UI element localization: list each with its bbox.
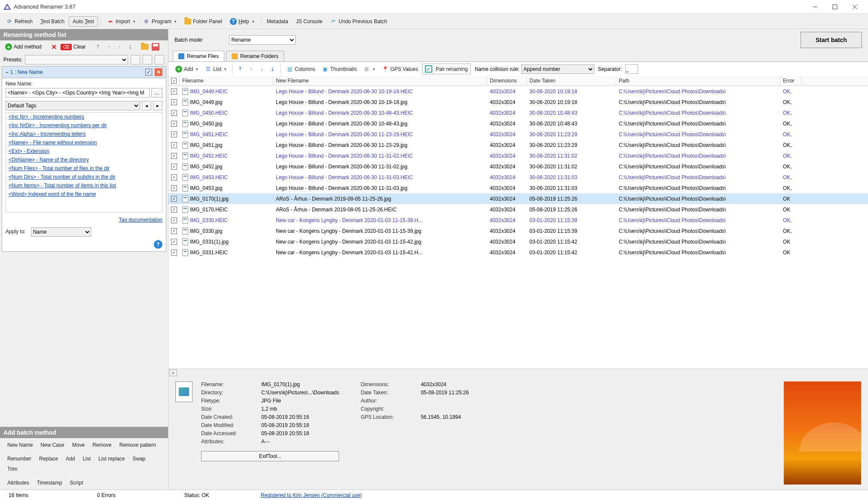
close-button[interactable] bbox=[845, 0, 865, 13]
registered-link[interactable]: Registered to Kim Jensen (Commercial use… bbox=[261, 492, 362, 498]
add-method-button[interactable]: +Add method bbox=[3, 42, 44, 52]
batch-mode-select[interactable]: Rename bbox=[229, 35, 296, 45]
batch-method-attributes[interactable]: Attributes bbox=[3, 478, 33, 488]
open-folder-button[interactable] bbox=[140, 42, 150, 52]
col-date-taken[interactable]: Date Taken bbox=[527, 76, 616, 85]
batch-method-remove[interactable]: Remove bbox=[89, 440, 116, 450]
delete-icon[interactable]: ✕ bbox=[51, 43, 57, 51]
batch-method-trim[interactable]: Trim bbox=[3, 464, 21, 474]
clear-button[interactable]: ⌫Clear bbox=[58, 43, 89, 52]
gps-values-button[interactable]: 📍GPS Values bbox=[379, 64, 420, 74]
table-row[interactable]: IMG_0331.HEICNew car - Kongens Lyngby - … bbox=[168, 247, 868, 258]
col-filename[interactable]: Filename bbox=[180, 76, 273, 85]
table-row[interactable]: IMG_0170(1).jpgARoS - Århus - Denmark 20… bbox=[168, 193, 868, 204]
table-row[interactable]: IMG_0451.jpgLego House - Billund - Denma… bbox=[168, 140, 868, 150]
row-checkbox[interactable] bbox=[171, 196, 177, 202]
preset-delete-button[interactable] bbox=[143, 55, 152, 64]
sort-top-button[interactable]: ⤒ bbox=[235, 64, 245, 74]
col-path[interactable]: Path bbox=[616, 76, 780, 85]
tag-documentation-link[interactable]: Tag documentation bbox=[119, 217, 162, 223]
batch-method-swap[interactable]: Swap bbox=[128, 454, 149, 464]
batch-method-new-name[interactable]: New Name bbox=[3, 440, 37, 450]
sort-down-button[interactable]: ↓ bbox=[257, 64, 266, 74]
presets-select[interactable] bbox=[25, 55, 128, 64]
table-row[interactable]: IMG_0450.jpgLego House - Billund - Denma… bbox=[168, 118, 868, 129]
list-button[interactable]: ☰List▾ bbox=[202, 64, 229, 74]
table-row[interactable]: IMG_0449.jpgLego House - Billund - Denma… bbox=[168, 97, 868, 107]
save-button[interactable] bbox=[151, 42, 160, 52]
table-row[interactable]: IMG_0170.HEICARoS - Århus - Denmark 2019… bbox=[168, 204, 868, 215]
new-name-input[interactable] bbox=[6, 88, 150, 98]
program-button[interactable]: ⚙Program▾ bbox=[140, 16, 180, 27]
table-row[interactable]: IMG_0453.jpgLego House - Billund - Denma… bbox=[168, 183, 868, 193]
scroll-left-button[interactable]: ‹ bbox=[169, 369, 177, 376]
preset-more-button[interactable] bbox=[155, 55, 164, 64]
row-checkbox[interactable] bbox=[171, 110, 177, 116]
display-mode-button[interactable]: ⊞▾ bbox=[361, 64, 378, 74]
tag-link[interactable]: <Inc Alpha> - Incrementing letters bbox=[6, 130, 162, 138]
batch-method-add[interactable]: Add bbox=[62, 454, 79, 464]
move-bottom-button[interactable]: ⤓ bbox=[125, 42, 135, 52]
row-checkbox[interactable] bbox=[171, 164, 177, 170]
row-checkbox[interactable] bbox=[171, 142, 177, 148]
table-row[interactable]: IMG_0331(1).jpgNew car - Kongens Lyngby … bbox=[168, 236, 868, 247]
tag-link[interactable]: <Name> - File name without extension bbox=[6, 138, 162, 147]
col-checkbox[interactable] bbox=[168, 76, 180, 85]
ncr-select[interactable]: Append number bbox=[521, 64, 594, 74]
batch-method-script[interactable]: Script bbox=[66, 478, 87, 488]
tag-link[interactable]: <Num Dirs> - Total number of subdirs in … bbox=[6, 173, 162, 181]
table-row[interactable]: IMG_0330.jpgNew car - Kongens Lyngby - D… bbox=[168, 226, 868, 236]
row-checkbox[interactable] bbox=[171, 131, 177, 137]
separator-input[interactable] bbox=[625, 64, 638, 74]
tag-link[interactable]: <Inc Nr> - Incrementing numbers bbox=[6, 113, 162, 121]
tag-link[interactable]: <Num Files> - Total number of files in t… bbox=[6, 164, 162, 173]
horizontal-scrollbar[interactable]: ‹ bbox=[168, 369, 868, 376]
table-row[interactable]: IMG_0450.HEICLego House - Billund - Denm… bbox=[168, 107, 868, 118]
tag-prev-button[interactable]: ◂ bbox=[142, 101, 151, 110]
preset-save-button[interactable] bbox=[131, 55, 140, 64]
method-header[interactable]: – 1 : New Name ✓ ✕ bbox=[2, 67, 166, 78]
batch-method-new-case[interactable]: New Case bbox=[37, 440, 68, 450]
move-top-button[interactable]: ⤒ bbox=[93, 42, 103, 52]
tag-link[interactable]: <Num Items> - Total number of items in t… bbox=[6, 181, 162, 190]
folder-panel-button[interactable]: Folder Panel bbox=[181, 16, 226, 27]
start-batch-button[interactable]: Start batch bbox=[801, 32, 862, 48]
tag-link[interactable]: <Word> Indexed word of the file name bbox=[6, 190, 162, 198]
row-checkbox[interactable] bbox=[171, 88, 177, 95]
col-new-filename[interactable]: New Filename bbox=[273, 76, 487, 85]
row-checkbox[interactable] bbox=[171, 250, 177, 256]
method-close-button[interactable]: ✕ bbox=[155, 68, 162, 76]
table-row[interactable]: IMG_0452.jpgLego House - Billund - Denma… bbox=[168, 161, 868, 172]
tab-rename-files[interactable]: Rename Files bbox=[173, 51, 224, 61]
row-checkbox[interactable] bbox=[171, 99, 177, 105]
batch-method-list[interactable]: List bbox=[79, 454, 95, 464]
tab-rename-folders[interactable]: Rename Folders bbox=[226, 51, 284, 61]
method-enabled-checkbox[interactable]: ✓ bbox=[145, 69, 152, 76]
method-help-icon[interactable]: ? bbox=[154, 240, 162, 249]
move-up-button[interactable]: ↑ bbox=[104, 42, 113, 52]
thumbnails-button[interactable]: ▣Thumbnails bbox=[319, 64, 359, 74]
js-console-button[interactable]: JS Console bbox=[293, 17, 326, 26]
table-row[interactable]: IMG_0330.HEICNew car - Kongens Lyngby - … bbox=[168, 215, 868, 226]
row-checkbox[interactable] bbox=[171, 207, 177, 213]
batch-method-renumber[interactable]: Renumber bbox=[3, 454, 35, 464]
col-error[interactable]: Error bbox=[780, 76, 802, 85]
browse-tags-button[interactable]: … bbox=[151, 88, 162, 98]
sort-bottom-button[interactable]: ⤓ bbox=[268, 64, 277, 74]
collapse-icon[interactable]: – bbox=[6, 69, 9, 75]
tag-link[interactable]: <Ext> - Extension bbox=[6, 147, 162, 155]
tag-link[interactable]: <DirName> - Name of the directory bbox=[6, 155, 162, 164]
maximize-button[interactable] bbox=[825, 0, 845, 13]
batch-method-list-replace[interactable]: List replace bbox=[95, 454, 128, 464]
tag-link[interactable]: <Inc NrDir> - Incrementing numbers per d… bbox=[6, 121, 162, 130]
table-row[interactable]: IMG_0451.HEICLego House - Billund - Denm… bbox=[168, 129, 868, 140]
row-checkbox[interactable] bbox=[171, 174, 177, 180]
table-row[interactable]: IMG_0452.HEICLego House - Billund - Denm… bbox=[168, 150, 868, 161]
batch-method-replace[interactable]: Replace bbox=[35, 454, 62, 464]
exiftool-button[interactable]: ExifTool... bbox=[201, 451, 339, 461]
import-button[interactable]: ⬅Import▾ bbox=[104, 16, 139, 27]
table-row[interactable]: IMG_0453.HEICLego House - Billund - Denm… bbox=[168, 172, 868, 183]
minimize-button[interactable] bbox=[805, 0, 825, 13]
sort-up-button[interactable]: ↑ bbox=[246, 64, 256, 74]
row-checkbox[interactable] bbox=[171, 228, 177, 234]
